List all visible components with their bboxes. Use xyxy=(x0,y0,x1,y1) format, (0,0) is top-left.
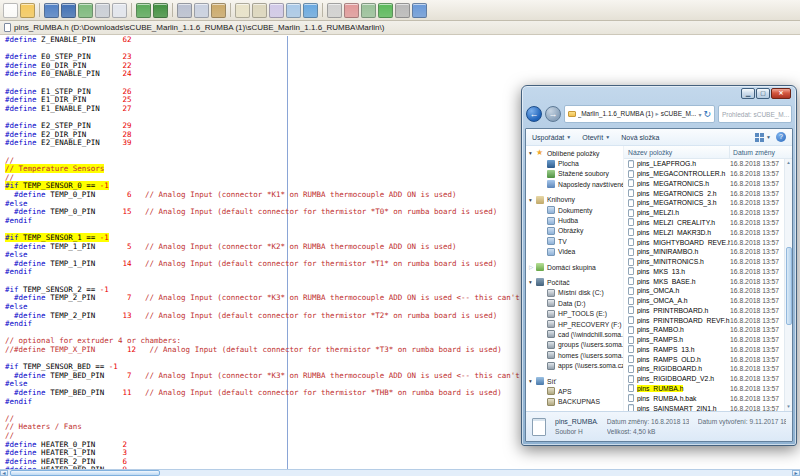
scrollbar-thumb[interactable] xyxy=(10,470,160,476)
file-row[interactable]: pins_MEGATRONICS_3.h16.8.2018 13:57 xyxy=(624,198,792,208)
file-row[interactable]: pins_MELZI_MAKR3D.h16.8.2018 13:57 xyxy=(624,227,792,237)
bookmark-icon[interactable] xyxy=(303,3,318,18)
tree-item-po-ta[interactable]: ▾Počítač xyxy=(526,277,623,287)
back-button[interactable]: ← xyxy=(526,106,542,122)
title-bar[interactable]: ▁ ▢ ✕ xyxy=(525,86,793,103)
collapse-icon[interactable]: ▾ xyxy=(529,378,536,384)
tree-item-obl-ben-polo-ky[interactable]: ▾★Oblíbené položky xyxy=(526,148,623,158)
help-icon[interactable] xyxy=(412,3,427,18)
undo-icon[interactable] xyxy=(136,3,151,18)
tree-item-plocha[interactable]: Plocha xyxy=(526,158,623,168)
print-preview-icon[interactable] xyxy=(112,3,127,18)
tree-item-apps-users-soma-cz[interactable]: apps (\\users.soma.cz) xyxy=(526,360,623,370)
tree-item-obr-zky[interactable]: Obrázky xyxy=(526,226,623,236)
save-icon[interactable] xyxy=(44,3,59,18)
settings-icon[interactable] xyxy=(395,3,410,18)
tree-item-hp-recovery-f[interactable]: HP_RECOVERY (F:) xyxy=(526,319,623,329)
file-row[interactable]: pins_MKS_13.h16.8.2018 13:57 xyxy=(624,266,792,276)
file-row[interactable]: pins_RAMPS_OLD.h16.8.2018 13:57 xyxy=(624,354,792,364)
column-header-modified[interactable]: Datum změny xyxy=(730,146,792,158)
file-row[interactable]: pins_RIGIDBOARD_V2.h16.8.2018 13:57 xyxy=(624,374,792,384)
tab-title[interactable]: pins_RUMBA.h (D:\Downloads\sCUBE_Marlin_… xyxy=(14,23,384,32)
cut-icon[interactable] xyxy=(177,3,192,18)
file-row[interactable]: pins_MELZI_CREALITY.h16.8.2018 13:57 xyxy=(624,218,792,228)
collapse-icon[interactable]: ▾ xyxy=(529,279,536,285)
expand-icon[interactable]: ▷ xyxy=(529,264,536,270)
code-fold-icon[interactable] xyxy=(327,3,342,18)
column-header-name[interactable]: Název položky xyxy=(624,146,730,158)
breadcrumb-item[interactable]: sCUBE_M... xyxy=(661,110,697,118)
file-row[interactable]: pins_MELZI.h16.8.2018 13:57 xyxy=(624,208,792,218)
file-row[interactable]: pins_RIGIDBOARD.h16.8.2018 13:57 xyxy=(624,364,792,374)
tree-item-backupnas[interactable]: BACKUPNAS xyxy=(526,397,623,407)
run-script-icon[interactable] xyxy=(378,3,393,18)
redo-icon[interactable] xyxy=(153,3,168,18)
tree-item-naposledy-nav-t-ven[interactable]: Naposledy navštívené xyxy=(526,179,623,189)
new-folder-button[interactable]: Nová složka xyxy=(621,134,659,141)
tree-item-hp-tools-e[interactable]: HP_TOOLS (E:) xyxy=(526,308,623,318)
file-row[interactable]: pins_RUMBA.h.bak16.8.2018 13:57 xyxy=(624,393,792,403)
tree-item-groups-users-soma-cz[interactable]: groups (\\users.soma.cz) xyxy=(526,340,623,350)
file-row[interactable]: pins_MEGACONTROLLER.h16.8.2018 13:57 xyxy=(624,169,792,179)
scroll-left-icon[interactable]: ◄ xyxy=(0,470,8,476)
open-menu[interactable]: Otevřít▼ xyxy=(582,134,610,141)
refresh-icon[interactable]: ↻ xyxy=(703,109,711,119)
reopen-icon[interactable] xyxy=(78,3,93,18)
find-next-icon[interactable] xyxy=(252,3,267,18)
tree-item-s[interactable]: ▾Síť xyxy=(526,376,623,386)
file-row[interactable]: pins_PRINTRBOARD_REVF.h16.8.2018 13:57 xyxy=(624,315,792,325)
file-row[interactable]: pins_MEGATRONICS.h16.8.2018 13:57 xyxy=(624,179,792,189)
tree-item-sta-en-soubory[interactable]: Stažené soubory xyxy=(526,169,623,179)
goto-line-icon[interactable] xyxy=(286,3,301,18)
views-button[interactable]: ▼ xyxy=(755,133,771,142)
file-row[interactable]: pins_MKS_BASE.h16.8.2018 13:57 xyxy=(624,276,792,286)
file-row[interactable]: pins_OMCA_A.h16.8.2018 13:57 xyxy=(624,296,792,306)
file-row[interactable]: pins_RAMPS_13.h16.8.2018 13:57 xyxy=(624,345,792,355)
tree-item-m-stn-disk-c[interactable]: Místní disk (C:) xyxy=(526,288,623,298)
tree-item-videa[interactable]: Videa xyxy=(526,247,623,257)
tree-item-dokumenty[interactable]: Dokumenty xyxy=(526,205,623,215)
horizontal-scrollbar[interactable]: ◄ ► xyxy=(0,469,800,476)
tree-item-dom-c-skupina[interactable]: ▷Domácí skupina xyxy=(526,262,623,272)
file-row[interactable]: pins_RAMPS.h16.8.2018 13:57 xyxy=(624,335,792,345)
forward-button[interactable]: → xyxy=(545,106,561,122)
print-icon[interactable] xyxy=(95,3,110,18)
collapse-icon[interactable]: ▾ xyxy=(529,150,536,156)
organize-menu[interactable]: Uspořádat▼ xyxy=(532,134,571,141)
minimize-button[interactable]: ▁ xyxy=(741,88,755,99)
syntax-check-icon[interactable] xyxy=(344,3,359,18)
file-row[interactable]: pins_RUMBA.h16.8.2018 13:57 xyxy=(624,384,792,394)
scroll-down-icon[interactable]: ▼ xyxy=(785,403,792,411)
save-all-icon[interactable] xyxy=(61,3,76,18)
tree-item-tv[interactable]: TV xyxy=(526,236,623,246)
maximize-button[interactable]: ▢ xyxy=(756,88,770,99)
tree-item-knihovny[interactable]: ▾Knihovny xyxy=(526,195,623,205)
close-button[interactable]: ✕ xyxy=(771,88,791,99)
find-icon[interactable] xyxy=(235,3,250,18)
scrollbar-thumb[interactable] xyxy=(786,247,792,325)
tree-item-cad-windchill-soma-cz[interactable]: cad (\\windchill.soma.cz) xyxy=(526,329,623,339)
help-icon[interactable]: ? xyxy=(776,132,786,142)
address-dropdown-icon[interactable]: ▾ xyxy=(698,111,701,118)
file-row[interactable]: pins_MEGATRONICS_2.h16.8.2018 13:57 xyxy=(624,188,792,198)
tree-item-homes-users-soma-cz[interactable]: homes (\\users.soma.cz) xyxy=(526,350,623,360)
file-row[interactable]: pins_RAMBO.h16.8.2018 13:57 xyxy=(624,325,792,335)
file-row[interactable]: pins_OMCA.h16.8.2018 13:57 xyxy=(624,286,792,296)
vertical-scrollbar[interactable]: ▲ ▼ xyxy=(784,159,792,411)
scroll-right-icon[interactable]: ► xyxy=(792,470,800,476)
file-row[interactable]: pins_MINIRAMBO.h16.8.2018 13:57 xyxy=(624,247,792,257)
tree-item-data-d[interactable]: Data (D:) xyxy=(526,298,623,308)
new-file-icon[interactable] xyxy=(3,3,18,18)
file-row[interactable]: pins_SAINSMART_2IN1.h16.8.2018 13:57 xyxy=(624,403,792,411)
file-row[interactable]: pins_PRINTRBOARD.h16.8.2018 13:57 xyxy=(624,305,792,315)
collapse-icon[interactable]: ▾ xyxy=(529,197,536,203)
scroll-up-icon[interactable]: ▲ xyxy=(785,159,792,167)
file-row[interactable]: pins_LEAPFROG.h16.8.2018 13:57 xyxy=(624,159,792,169)
compile-icon[interactable] xyxy=(361,3,376,18)
paste-icon[interactable] xyxy=(211,3,226,18)
replace-icon[interactable] xyxy=(269,3,284,18)
tree-item-hudba[interactable]: Hudba xyxy=(526,215,623,225)
open-file-icon[interactable] xyxy=(20,3,35,18)
tree-item-aps[interactable]: APS xyxy=(526,386,623,396)
breadcrumb-item[interactable]: sCUBE_Marlin_1.1.6_RUMBA (1) xyxy=(578,110,653,118)
